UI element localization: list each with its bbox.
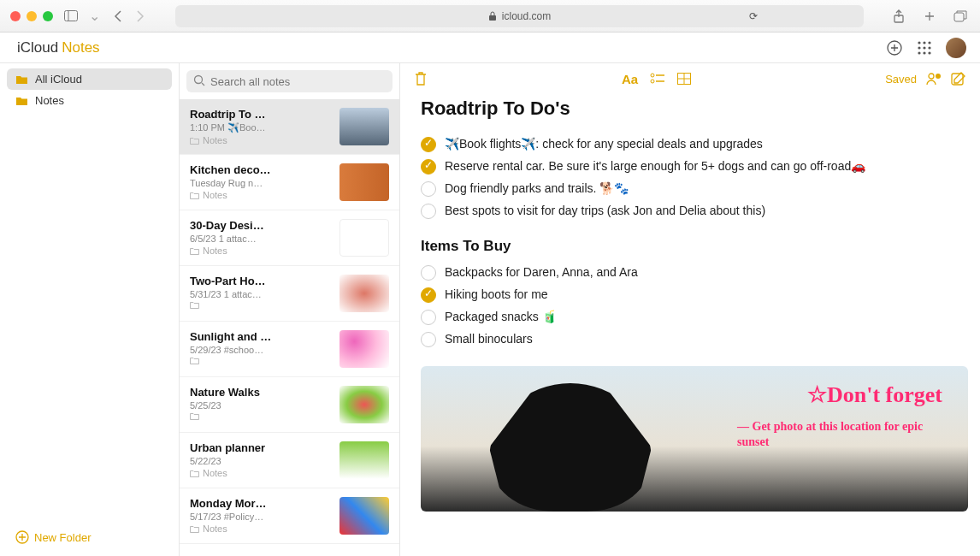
checklist-item[interactable]: Hiking boots for me xyxy=(421,284,959,306)
checkbox[interactable] xyxy=(421,332,436,347)
browser-chrome: ⌄ icloud.com ⟳ xyxy=(0,0,980,33)
url-bar[interactable]: icloud.com ⟳ xyxy=(175,5,864,27)
checklist-text[interactable]: Dog friendly parks and trails. 🐕🐾 xyxy=(445,181,629,195)
chevron-down-icon[interactable]: ⌄ xyxy=(89,8,100,24)
tabs-icon[interactable] xyxy=(951,7,970,26)
checkbox[interactable] xyxy=(421,204,436,219)
fullscreen-window-button[interactable] xyxy=(43,11,53,21)
editor-body[interactable]: Roadtrip To Do's ✈️Book flights✈️: check… xyxy=(400,94,980,556)
note-item-title: Monday Mor… xyxy=(190,497,331,510)
share-icon[interactable] xyxy=(889,7,908,26)
url-text: icloud.com xyxy=(502,10,551,22)
svg-point-6 xyxy=(918,41,920,44)
note-list-item-6[interactable]: Urban planner5/22/23 Notes xyxy=(180,433,399,488)
note-thumbnail xyxy=(339,219,389,257)
sidebar-folder-0[interactable]: All iCloud xyxy=(7,68,172,90)
sidebar-folder-1[interactable]: Notes xyxy=(7,90,172,111)
text-format-icon[interactable]: Aa xyxy=(622,72,638,86)
plus-circle-icon xyxy=(15,530,29,544)
checkbox[interactable] xyxy=(421,265,436,281)
note-list-item-4[interactable]: Sunlight and …5/29/23 #schoo… xyxy=(180,322,399,377)
avatar[interactable] xyxy=(946,38,966,58)
checkbox[interactable] xyxy=(421,181,436,197)
note-item-title: Kitchen deco… xyxy=(190,163,331,176)
note-thumbnail xyxy=(339,163,389,201)
note-thumbnail xyxy=(339,330,389,368)
checklist-text[interactable]: Reserve rental car. Be sure it's large e… xyxy=(445,159,865,173)
notes-list[interactable]: Roadtrip To …1:10 PM ✈️Boo…NotesKitchen … xyxy=(180,99,399,556)
notes-column: Roadtrip To …1:10 PM ✈️Boo…NotesKitchen … xyxy=(180,63,400,556)
close-window-button[interactable] xyxy=(10,11,21,21)
minimize-window-button[interactable] xyxy=(27,11,37,21)
new-tab-icon[interactable] xyxy=(920,7,939,26)
checklist-icon[interactable] xyxy=(650,73,665,85)
editor-toolbar: Aa Saved xyxy=(400,63,980,94)
note-thumbnail xyxy=(339,441,389,479)
checklist-text[interactable]: Best spots to visit for day trips (ask J… xyxy=(445,204,765,217)
checklist-text[interactable]: ✈️Book flights✈️: check for any special … xyxy=(445,137,763,151)
window-controls xyxy=(10,11,53,21)
note-subheading[interactable]: Items To Buy xyxy=(421,238,959,255)
trash-icon[interactable] xyxy=(414,71,428,86)
forward-button[interactable] xyxy=(131,7,150,26)
checklist-item[interactable]: Backpacks for Daren, Anna, and Ara xyxy=(421,262,959,284)
checklist-text[interactable]: Hiking boots for me xyxy=(445,287,548,301)
new-folder-button[interactable]: New Folder xyxy=(7,523,172,551)
checklist-text[interactable]: Packaged snacks 🧃 xyxy=(445,310,557,323)
checklist-item[interactable]: Best spots to visit for day trips (ask J… xyxy=(421,200,959,222)
brand[interactable]: iCloud Notes xyxy=(14,39,100,56)
note-thumbnail xyxy=(339,108,389,145)
checklist-item[interactable]: Small binoculars xyxy=(421,328,959,351)
note-item-meta: 5/22/23 xyxy=(190,456,331,466)
add-icon[interactable] xyxy=(886,39,903,56)
note-list-item-0[interactable]: Roadtrip To …1:10 PM ✈️Boo…Notes xyxy=(180,99,399,155)
collaborate-icon[interactable] xyxy=(925,72,942,86)
note-attachment-image[interactable]: ☆Don't forget — Get photo at this locati… xyxy=(421,366,968,512)
handwriting-annotation-2: — Get photo at this location for epic su… xyxy=(737,419,942,450)
note-item-title: Roadtrip To … xyxy=(190,108,331,121)
note-item-folder: Notes xyxy=(190,190,331,200)
svg-point-18 xyxy=(651,74,654,77)
svg-point-20 xyxy=(651,80,654,83)
svg-point-26 xyxy=(936,74,941,79)
note-list-item-5[interactable]: Nature Walks5/25/23 xyxy=(180,377,399,433)
back-button[interactable] xyxy=(109,7,127,26)
search-input[interactable] xyxy=(186,70,393,92)
sidebar-toggle-icon[interactable] xyxy=(62,7,80,26)
folder-icon xyxy=(15,96,28,106)
note-item-folder: Notes xyxy=(190,245,331,256)
folder-icon xyxy=(15,74,28,85)
svg-point-14 xyxy=(928,51,930,54)
reload-icon[interactable]: ⟳ xyxy=(749,10,758,22)
checkbox[interactable] xyxy=(421,287,436,303)
note-list-item-3[interactable]: Two-Part Ho…5/31/23 1 attac… xyxy=(180,266,399,322)
note-list-item-2[interactable]: 30-Day Desi…6/5/23 1 attac…Notes xyxy=(180,210,399,266)
checklist-2: Backpacks for Daren, Anna, and AraHiking… xyxy=(421,262,959,351)
checklist-item[interactable]: ✈️Book flights✈️: check for any special … xyxy=(421,133,959,156)
saved-label: Saved xyxy=(885,73,917,86)
handwriting-annotation-1: ☆Don't forget xyxy=(807,382,942,408)
table-icon[interactable] xyxy=(677,73,691,85)
checkbox[interactable] xyxy=(421,310,436,325)
note-item-meta: Tuesday Rug n… xyxy=(190,178,331,188)
note-item-meta: 5/31/23 1 attac… xyxy=(190,289,331,299)
note-title[interactable]: Roadtrip To Do's xyxy=(421,98,959,120)
lock-icon xyxy=(488,11,497,21)
checklist-item[interactable]: Reserve rental car. Be sure it's large e… xyxy=(421,156,959,178)
checklist-item[interactable]: Dog friendly parks and trails. 🐕🐾 xyxy=(421,178,959,200)
svg-line-17 xyxy=(202,83,204,86)
checklist-item[interactable]: Packaged snacks 🧃 xyxy=(421,306,959,328)
checklist-text[interactable]: Small binoculars xyxy=(445,332,533,346)
checklist-text[interactable]: Backpacks for Daren, Anna, and Ara xyxy=(445,265,638,279)
note-item-meta: 5/29/23 #schoo… xyxy=(190,345,331,355)
svg-point-10 xyxy=(923,46,925,49)
note-list-item-7[interactable]: Monday Mor…5/17/23 #Policy…Notes xyxy=(180,488,399,544)
svg-point-25 xyxy=(929,74,934,79)
note-item-title: Sunlight and … xyxy=(190,330,331,343)
compose-icon[interactable] xyxy=(951,71,966,86)
svg-point-12 xyxy=(918,51,920,54)
checkbox[interactable] xyxy=(421,159,436,174)
app-launcher-icon[interactable] xyxy=(917,40,932,56)
note-list-item-1[interactable]: Kitchen deco…Tuesday Rug n…Notes xyxy=(180,155,399,210)
checkbox[interactable] xyxy=(421,137,436,152)
